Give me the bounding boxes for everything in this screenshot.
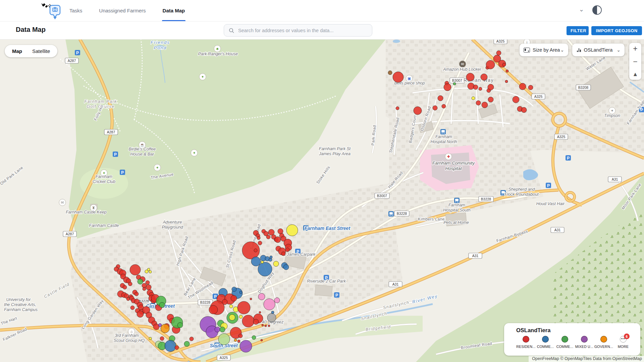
data-point[interactable] — [479, 87, 482, 90]
data-point[interactable] — [274, 298, 280, 303]
data-point[interactable] — [237, 301, 250, 314]
data-point[interactable] — [229, 305, 233, 308]
data-point[interactable] — [286, 225, 298, 236]
data-point[interactable] — [285, 248, 289, 252]
data-point[interactable] — [126, 297, 130, 301]
compass-north-icon[interactable]: ▲ — [633, 71, 638, 78]
legend-item-2[interactable]: COMME... — [555, 336, 575, 349]
data-point[interactable] — [453, 82, 456, 85]
data-point[interactable] — [238, 334, 243, 338]
data-point[interactable] — [414, 107, 422, 115]
data-point[interactable] — [253, 319, 259, 324]
data-point[interactable] — [466, 73, 474, 81]
data-point[interactable] — [123, 285, 127, 289]
data-point[interactable] — [130, 264, 141, 275]
data-point[interactable] — [215, 327, 220, 332]
data-point[interactable] — [220, 327, 225, 332]
data-point[interactable] — [502, 63, 506, 66]
data-point[interactable] — [519, 83, 526, 90]
data-point[interactable] — [268, 325, 270, 327]
data-point[interactable] — [234, 339, 237, 342]
data-point[interactable] — [138, 279, 143, 284]
data-point[interactable] — [149, 270, 152, 273]
data-point[interactable] — [444, 83, 451, 91]
data-point[interactable] — [269, 258, 272, 261]
data-point[interactable] — [190, 337, 194, 341]
data-point[interactable] — [393, 72, 404, 82]
data-point[interactable] — [496, 51, 501, 55]
data-point[interactable] — [262, 324, 264, 326]
data-point[interactable] — [250, 298, 252, 300]
data-point[interactable] — [143, 287, 146, 291]
data-point[interactable] — [505, 80, 508, 83]
data-point[interactable] — [161, 324, 169, 333]
data-point[interactable] — [278, 229, 283, 234]
tab-data-map[interactable]: Data Map — [162, 0, 186, 21]
data-point[interactable] — [528, 85, 533, 90]
data-point[interactable] — [239, 315, 243, 318]
map-style-map[interactable]: Map — [8, 48, 26, 54]
data-point[interactable] — [388, 71, 392, 75]
legend-item-more[interactable]: •••6MORE — [613, 336, 633, 349]
data-point[interactable] — [242, 315, 254, 327]
data-point[interactable] — [266, 235, 270, 239]
data-point[interactable] — [209, 305, 218, 314]
data-point[interactable] — [258, 262, 272, 276]
data-point[interactable] — [261, 339, 263, 341]
data-point[interactable] — [252, 336, 256, 340]
data-point[interactable] — [159, 302, 165, 308]
data-point[interactable] — [130, 306, 135, 310]
search-box[interactable] — [224, 24, 372, 37]
legend-item-4[interactable]: GOVERN... — [594, 336, 613, 349]
data-point[interactable] — [472, 97, 475, 100]
data-point[interactable] — [283, 264, 289, 270]
data-point[interactable] — [149, 337, 152, 340]
data-point[interactable] — [438, 96, 443, 101]
filter-button[interactable]: FILTER — [567, 26, 589, 35]
chevron-down-icon[interactable]: ⌄ — [579, 6, 584, 13]
data-point[interactable] — [258, 241, 262, 245]
data-point[interactable] — [275, 237, 281, 243]
data-point[interactable] — [265, 325, 267, 327]
data-point[interactable] — [251, 257, 261, 266]
legend-item-3[interactable]: MIXED U... — [575, 336, 594, 349]
data-point[interactable] — [482, 102, 488, 108]
data-point[interactable] — [506, 70, 508, 72]
data-point[interactable] — [135, 292, 139, 296]
data-point[interactable] — [259, 311, 261, 313]
data-point[interactable] — [281, 252, 285, 256]
data-point[interactable] — [128, 282, 132, 286]
import-geojson-button[interactable]: IMPORT GEOJSON — [591, 26, 642, 35]
data-point[interactable] — [165, 340, 176, 352]
data-point[interactable] — [257, 236, 260, 240]
size-by-dropdown[interactable]: Size by Area ⌄ — [520, 44, 568, 56]
data-point[interactable] — [513, 96, 519, 103]
data-point[interactable] — [231, 295, 237, 301]
data-point[interactable] — [270, 256, 272, 258]
data-point[interactable] — [147, 268, 150, 271]
data-point[interactable] — [175, 346, 179, 350]
data-point[interactable] — [239, 291, 242, 294]
data-point[interactable] — [264, 299, 275, 310]
map-style-satellite[interactable]: Satellite — [28, 48, 54, 54]
zoom-out-button[interactable]: − — [629, 58, 641, 65]
data-point[interactable] — [486, 60, 495, 69]
legend-item-0[interactable]: RESIDEN... — [516, 336, 536, 349]
data-point[interactable] — [273, 261, 279, 266]
data-point[interactable] — [473, 85, 478, 89]
data-point[interactable] — [158, 323, 162, 327]
data-point[interactable] — [232, 287, 236, 292]
legend-item-1[interactable]: COMME... — [536, 336, 555, 349]
zoom-in-button[interactable]: + — [629, 45, 641, 52]
data-point[interactable] — [146, 285, 151, 290]
data-point[interactable] — [271, 311, 274, 314]
data-point[interactable] — [229, 314, 235, 320]
data-point[interactable] — [240, 340, 252, 352]
layer-dropdown[interactable]: OSLandTiera ⌄ — [572, 44, 625, 56]
data-point[interactable] — [433, 106, 437, 110]
data-point[interactable] — [237, 340, 240, 343]
data-point[interactable] — [521, 107, 527, 113]
data-point[interactable] — [184, 341, 190, 347]
data-point[interactable] — [218, 334, 230, 345]
data-point[interactable] — [481, 74, 487, 80]
